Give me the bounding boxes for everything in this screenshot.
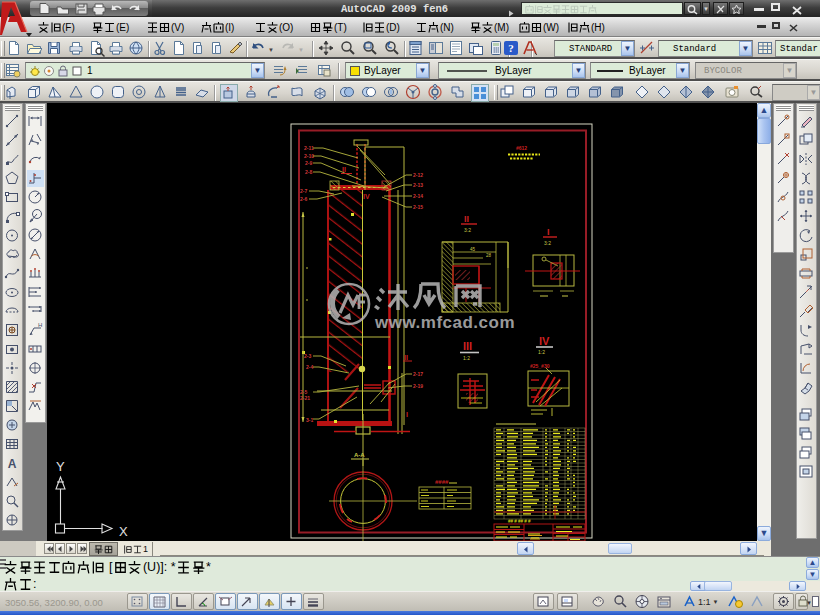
svg-text:3:2: 3:2	[544, 240, 551, 246]
svg-text:1:2: 1:2	[538, 349, 545, 355]
svg-text:28: 28	[486, 253, 492, 258]
svg-text:III: III	[463, 340, 472, 352]
svg-text:2-21: 2-21	[300, 395, 310, 401]
svg-text:#612: #612	[516, 145, 527, 151]
svg-text:www.mfcad.com: www.mfcad.com	[374, 313, 515, 332]
svg-text:2-6: 2-6	[300, 196, 307, 202]
svg-text:IV: IV	[363, 193, 370, 200]
svg-text:2-14: 2-14	[413, 193, 423, 199]
svg-text:Y: Y	[56, 459, 65, 474]
svg-text:IV: IV	[539, 335, 550, 347]
svg-text:2-11: 2-11	[304, 145, 314, 151]
svg-text:#25_#30: #25_#30	[530, 363, 550, 369]
svg-text:I: I	[547, 227, 550, 237]
svg-text:2-15: 2-15	[413, 204, 423, 210]
svg-text:2-3: 2-3	[304, 353, 311, 359]
svg-text:2-12: 2-12	[413, 172, 423, 178]
svg-text:2-17: 2-17	[413, 371, 423, 377]
svg-text:2-13: 2-13	[413, 182, 423, 188]
svg-text:?: ?	[508, 42, 514, 54]
svg-text:## # ## # #: ## # ## # #	[508, 519, 531, 524]
svg-text:3:2: 3:2	[464, 227, 471, 233]
svg-text:2-19: 2-19	[413, 383, 423, 389]
svg-text:II: II	[342, 166, 346, 173]
svg-text:A: A	[8, 457, 17, 471]
svg-text:H: H	[38, 322, 42, 328]
svg-text:1:2: 1:2	[463, 355, 470, 361]
svg-text:2-4: 2-4	[306, 364, 313, 370]
svg-text:X: X	[119, 524, 128, 539]
svg-text:A-A: A-A	[354, 452, 365, 458]
svg-text:II: II	[464, 214, 469, 224]
svg-text:3-1: 3-1	[306, 417, 313, 423]
svg-text:####: ####	[435, 479, 449, 485]
svg-text:II: II	[404, 354, 408, 361]
svg-text:I: I	[406, 411, 408, 418]
svg-text:2-10: 2-10	[304, 153, 314, 159]
svg-text:2-7: 2-7	[300, 188, 307, 194]
svg-text:45: 45	[470, 247, 476, 252]
svg-text:2-9: 2-9	[305, 160, 312, 166]
svg-text:2-8: 2-8	[305, 169, 312, 175]
